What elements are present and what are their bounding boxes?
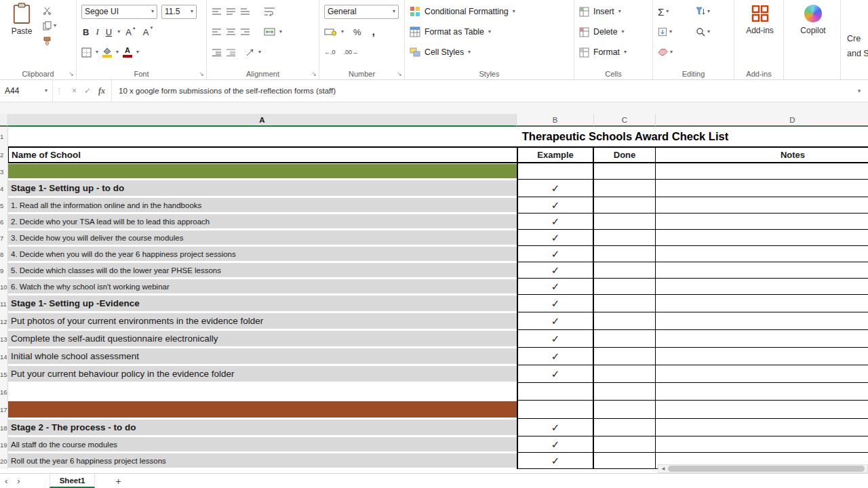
decrease-decimal-button[interactable]: .00→ [344,49,359,56]
copy-button[interactable]: ▾ [43,21,56,30]
cell-B7[interactable]: ✓ [517,230,594,246]
cell-C13[interactable] [594,330,656,348]
cell-A2[interactable]: Name of School [8,146,517,163]
align-left-button[interactable] [212,28,222,36]
row-header-12[interactable]: 12 [0,312,8,330]
cell-styles-button[interactable]: Cell Styles ▾ [410,47,471,58]
chevron-down-icon[interactable]: ▾ [117,29,120,35]
align-middle-button[interactable] [226,8,236,16]
chevron-down-icon[interactable]: ▾ [258,49,261,55]
wrap-text-button[interactable] [264,7,275,16]
cell-D7[interactable] [656,230,868,246]
scroll-left-arrow-icon[interactable]: ◄ [658,466,668,472]
fill-button[interactable]: ▾ [658,27,696,37]
addins-button[interactable]: Add-ins [739,1,781,35]
cell-D19[interactable] [656,436,868,453]
merge-center-button[interactable] [264,28,275,36]
row-header-7[interactable]: 7 [0,230,8,246]
cell-A20[interactable]: Roll out the year 6 happiness project le… [8,453,517,469]
row-header-15[interactable]: 15 [0,365,8,383]
cell-B9[interactable]: ✓ [517,262,594,279]
chevron-down-icon[interactable]: ▾ [341,29,344,35]
cell-A5[interactable]: 1. Read all the information online and i… [8,197,517,214]
cell-B13[interactable]: ✓ [517,330,594,348]
cell-C9[interactable] [594,262,656,279]
cell-A7[interactable]: 3. Decide how you will deliver the cours… [8,230,517,246]
cell-A15[interactable]: Put your current behaviour policy in the… [8,365,517,383]
chevron-down-icon[interactable]: ▾ [116,49,119,55]
cell-C18[interactable] [594,419,656,436]
cell-D9[interactable] [656,262,868,279]
enter-entry-icon[interactable]: ✓ [84,86,91,96]
cell-D14[interactable] [656,348,868,365]
row-header-2[interactable]: 2 [0,146,8,163]
format-cells-button[interactable]: Format ▾ [579,47,627,58]
delete-cells-button[interactable]: Delete ▾ [579,27,625,37]
italic-button[interactable]: I [94,26,100,37]
cell-D8[interactable] [656,246,868,262]
number-format-select[interactable]: General ▾ [324,5,399,19]
cell-A16[interactable] [8,383,517,401]
cell-D11[interactable] [656,295,868,312]
cell-B8[interactable]: ✓ [517,246,594,262]
cell-C5[interactable] [594,197,656,214]
row-header-14[interactable]: 14 [0,348,8,365]
previous-sheet-arrow-icon[interactable]: ‹ [0,476,12,485]
cell-D5[interactable] [656,197,868,214]
row-header-8[interactable]: 8 [0,246,8,262]
cell-D18[interactable] [656,419,868,436]
name-box[interactable]: A44 ▾ [0,80,53,102]
cell-C17[interactable] [594,401,656,419]
alignment-dialog-launcher[interactable]: ↘ [311,70,317,77]
cell-B17[interactable] [517,401,594,419]
cell-B4[interactable]: ✓ [517,180,594,197]
cell-C3[interactable] [594,163,656,180]
cell-B2[interactable]: Example [517,146,594,163]
cell-A13[interactable]: Complete the self-audit questionnaire el… [8,330,517,348]
row-header-5[interactable]: 5 [0,197,8,214]
conditional-formatting-button[interactable]: Conditional Formatting ▾ [410,6,515,17]
sheet-tab-sheet1[interactable]: Sheet1 [50,474,96,488]
cell-B14[interactable]: ✓ [517,348,594,365]
autosum-button[interactable]: Σ ▾ [658,6,696,18]
cell-C14[interactable] [594,348,656,365]
cell-B10[interactable]: ✓ [517,279,594,295]
increase-indent-button[interactable] [226,49,236,56]
cell-D15[interactable] [656,365,868,383]
cell-D3[interactable] [656,163,868,180]
sort-filter-button[interactable]: ▾ [696,7,731,16]
align-top-button[interactable] [212,8,222,16]
cell-A17[interactable] [8,401,517,419]
cell-B6[interactable]: ✓ [517,214,594,230]
row-header-3[interactable]: 3 [0,163,8,180]
cut-button[interactable] [43,5,56,15]
cell-D13[interactable] [656,330,868,348]
decrease-font-size-button[interactable]: A▼ [142,27,155,37]
row-header-13[interactable]: 13 [0,330,8,348]
column-header-D[interactable]: D [656,114,868,127]
cell-A4[interactable]: Stage 1- Setting up - to do [8,180,517,197]
cell-D10[interactable] [656,279,868,295]
bold-button[interactable]: B [81,27,90,37]
clipped-button-line1[interactable]: Cre [847,34,861,43]
underline-button[interactable]: U [104,27,113,37]
format-as-table-button[interactable]: Format as Table ▾ [410,26,491,37]
cell-C19[interactable] [594,436,656,453]
new-sheet-button[interactable]: + [115,476,121,487]
row-header-10[interactable]: 10 [0,279,8,295]
select-all-corner[interactable] [0,114,8,127]
cell-B11[interactable]: ✓ [517,295,594,312]
align-right-button[interactable] [240,28,250,36]
cell-C2[interactable]: Done [594,146,656,163]
align-bottom-button[interactable] [240,8,250,16]
find-select-button[interactable]: ▾ [696,27,731,37]
row-header-9[interactable]: 9 [0,262,8,279]
cell-C15[interactable] [594,365,656,383]
decrease-indent-button[interactable] [212,49,222,56]
cell-B20[interactable]: ✓ [517,453,594,469]
chevron-down-icon[interactable]: ▾ [96,49,98,55]
column-header-B[interactable]: B [517,114,594,127]
chevron-down-icon[interactable]: ▾ [279,29,282,35]
cell-C6[interactable] [594,214,656,230]
font-name-select[interactable]: Segoe UI ▾ [81,5,157,19]
